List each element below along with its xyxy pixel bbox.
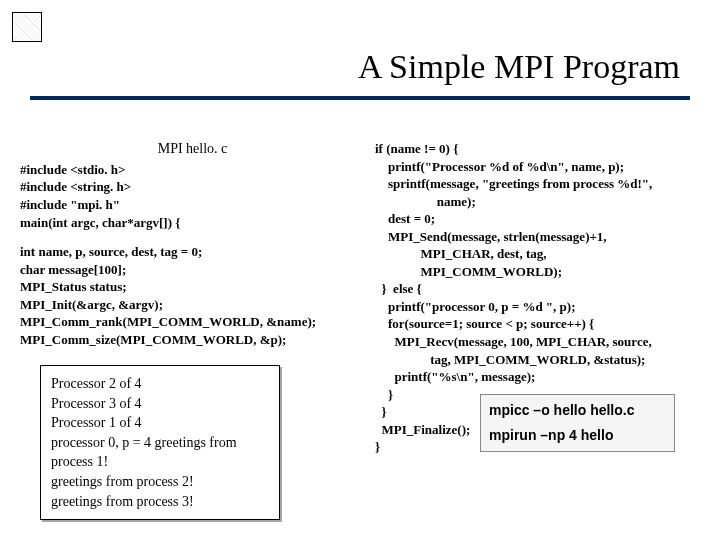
code-line: main(int argc, char*argv[]) { [20,214,365,232]
title-underline [30,96,690,100]
code-line: #include <stdio. h> [20,161,365,179]
university-logo [12,12,42,42]
code-block-left: MPI hello. c #include <stdio. h> #includ… [20,140,365,348]
shell-commands-box: mpicc –o hello hello.c mpirun –np 4 hell… [480,394,675,452]
code-line: MPI_Comm_size(MPI_COMM_WORLD, &p); [20,331,365,349]
output-line: greetings from process 3! [51,492,269,512]
code-line: MPI_Comm_rank(MPI_COMM_WORLD, &name); [20,313,365,331]
source-file-name: MPI hello. c [20,140,365,159]
run-command: mpirun –np 4 hello [489,426,666,445]
output-line: Processor 2 of 4 [51,374,269,394]
program-output-box: Processor 2 of 4 Processor 3 of 4 Proces… [40,365,280,520]
code-line: MPI_Init(&argc, &argv); [20,296,365,314]
code-line: #include <string. h> [20,178,365,196]
code-line: int name, p, source, dest, tag = 0; [20,243,365,261]
output-line: greetings from process 2! [51,472,269,492]
output-line: Processor 3 of 4 [51,394,269,414]
code-line: #include "mpi. h" [20,196,365,214]
output-line: processor 0, p = 4 greetings from proces… [51,433,269,472]
code-line: char message[100]; [20,261,365,279]
compile-command: mpicc –o hello hello.c [489,401,666,420]
code-line: MPI_Status status; [20,278,365,296]
slide-title: A Simple MPI Program [358,48,680,86]
output-line: Processor 1 of 4 [51,413,269,433]
